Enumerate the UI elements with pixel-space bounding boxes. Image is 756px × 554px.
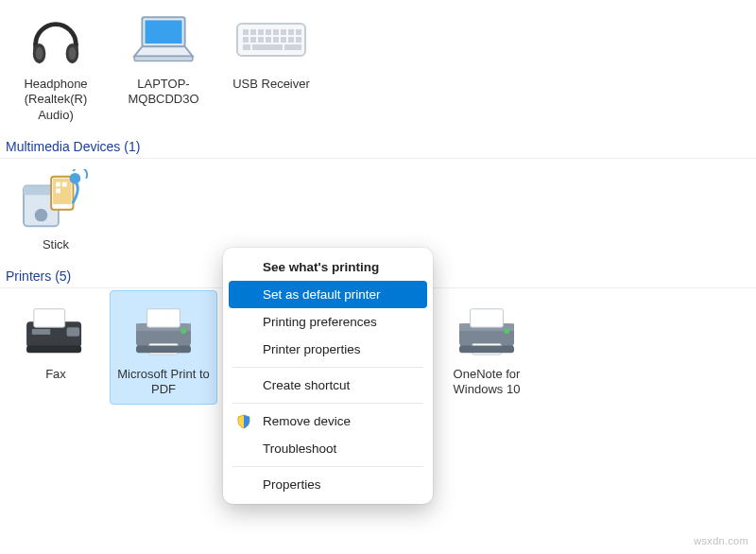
svg-rect-22 [288,37,294,43]
svg-rect-49 [471,309,504,327]
svg-rect-38 [67,327,80,337]
menu-printer-properties[interactable]: Printer properties [229,336,427,363]
svg-rect-16 [243,37,249,43]
svg-rect-32 [56,182,60,186]
section-count: (1) [124,139,140,154]
headphones-icon [18,7,94,75]
printer-ms-print-pdf[interactable]: Microsoft Print to PDF [110,290,217,405]
menu-printing-preferences[interactable]: Printing preferences [229,308,427,336]
svg-rect-9 [250,29,256,35]
keyboard-icon [233,7,309,75]
svg-rect-33 [62,182,67,186]
svg-point-51 [504,328,509,334]
svg-rect-20 [273,37,279,43]
menu-label: Remove device [263,414,351,428]
device-laptop[interactable]: LAPTOP-MQBCDD3O [110,0,217,130]
svg-rect-15 [296,29,301,35]
svg-rect-39 [32,329,50,335]
svg-rect-21 [281,37,286,43]
svg-point-3 [69,47,77,61]
menu-separator [232,367,423,368]
menu-set-default-printer[interactable]: Set as default printer [229,281,427,308]
printer-icon [126,297,201,365]
svg-rect-25 [252,44,283,50]
svg-rect-8 [243,29,249,35]
svg-rect-24 [243,44,250,50]
svg-rect-6 [134,56,193,61]
svg-rect-12 [273,29,279,35]
svg-rect-40 [26,345,81,353]
svg-point-29 [35,209,48,222]
menu-separator [232,403,423,404]
fax-icon [18,297,94,365]
context-menu: See what's printing Set as default print… [223,248,433,504]
svg-rect-31 [53,178,71,203]
device-fire-tv-stick[interactable]: Stick [2,161,110,259]
device-headphone[interactable]: Headphone (Realtek(R) Audio) [2,0,110,130]
media-device-icon [18,167,94,235]
device-label: OneNote for Windows 10 [438,367,536,398]
laptop-icon [126,7,201,75]
device-usb-receiver[interactable]: USB Receiver [217,0,325,130]
menu-remove-device[interactable]: Remove device [229,407,427,435]
section-count: (5) [55,268,71,284]
section-title: Multimedia Devices [6,139,120,154]
devices-row: Headphone (Realtek(R) Audio) LAPTOP-MQBC… [0,0,756,130]
device-label: USB Receiver [232,77,310,92]
svg-rect-14 [288,29,294,35]
svg-rect-11 [266,29,271,35]
menu-create-shortcut[interactable]: Create shortcut [229,372,427,399]
menu-separator [232,466,423,467]
device-label: Headphone (Realtek(R) Audio) [7,77,105,123]
svg-rect-46 [136,345,191,353]
multimedia-row: Stick [0,161,756,259]
section-title: Printers [6,268,51,284]
device-label: Fax [45,367,66,382]
svg-rect-17 [250,37,256,43]
svg-rect-10 [258,29,264,35]
svg-rect-5 [145,20,181,43]
svg-rect-18 [258,37,264,43]
device-label: Stick [43,237,69,252]
svg-point-45 [180,328,186,334]
svg-rect-23 [296,37,301,43]
svg-rect-13 [281,29,286,35]
printer-fax[interactable]: Fax [2,290,110,405]
menu-properties[interactable]: Properties [229,471,427,498]
shield-icon [236,414,251,429]
svg-rect-26 [284,44,301,50]
svg-rect-34 [56,188,60,193]
svg-point-35 [70,173,81,184]
svg-rect-19 [266,37,271,43]
svg-rect-37 [34,309,65,327]
printer-onenote[interactable]: OneNote for Windows 10 [433,290,541,405]
svg-rect-43 [147,309,180,327]
device-label: Microsoft Print to PDF [114,367,213,398]
printer-icon [449,297,524,365]
svg-rect-52 [459,345,514,353]
menu-troubleshoot[interactable]: Troubleshoot [229,435,427,462]
svg-point-1 [36,47,43,61]
device-label: LAPTOP-MQBCDD3O [114,77,213,108]
menu-see-whats-printing[interactable]: See what's printing [229,253,427,281]
section-header-multimedia[interactable]: Multimedia Devices (1) [0,133,756,159]
watermark: wsxdn.com [694,535,748,546]
